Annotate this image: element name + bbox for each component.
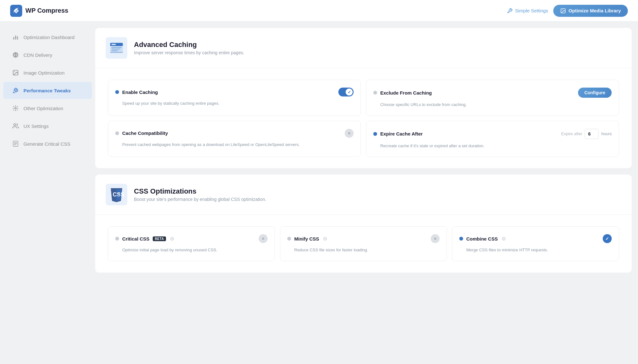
sidebar-item-label: Generate Critical CSS xyxy=(23,141,70,147)
enable-caching-title: Enable Caching xyxy=(122,89,158,95)
svg-point-3 xyxy=(562,10,562,10)
cache-compatibility-header: Cache Compatibility × xyxy=(115,129,354,138)
x-icon: × xyxy=(262,236,264,241)
css-optimizations-section: CSS 3 CSS Optimizations Boost your site'… xyxy=(95,175,632,273)
svg-text:3: 3 xyxy=(118,192,120,197)
cache-compatibility-title-row: Cache Compatibility xyxy=(115,130,168,136)
critical-css-gear-button[interactable]: ⚙ xyxy=(169,235,175,242)
advanced-caching-header: Advanced Caching Improve server response… xyxy=(95,28,632,68)
exclude-caching-header: Exclude From Caching Configure xyxy=(373,88,612,98)
exclude-caching-title-row: Exclude From Caching xyxy=(373,90,432,96)
advanced-caching-section: Advanced Caching Improve server response… xyxy=(95,28,632,168)
cache-compatibility-card: Cache Compatibility × Prevent cached web… xyxy=(108,121,361,157)
expire-cache-title-row: Expire Cache After xyxy=(373,131,423,136)
cache-compatibility-toggle[interactable]: × xyxy=(345,129,354,138)
combine-css-title: Combine CSS xyxy=(466,236,498,242)
expire-input-row: Expire after hours xyxy=(561,129,612,139)
critical-css-desc: Optimize initial page load by removing u… xyxy=(122,247,268,253)
wrench-icon xyxy=(507,8,513,14)
advanced-caching-title: Advanced Caching xyxy=(134,41,244,49)
sidebar-item-performance-tweaks[interactable]: Performance Tweaks xyxy=(3,82,92,99)
simple-settings-button[interactable]: Simple Settings xyxy=(507,8,548,14)
svg-rect-20 xyxy=(111,50,118,51)
sidebar-item-ux-settings[interactable]: UX Settings xyxy=(3,117,92,135)
svg-point-9 xyxy=(14,71,15,72)
combine-css-desc: Merge CSS files to minimize HTTP request… xyxy=(466,247,612,253)
css-optimizations-header: CSS 3 CSS Optimizations Boost your site'… xyxy=(95,175,632,215)
css-optimizations-desc: Boost your site's performance by enablin… xyxy=(134,197,266,202)
exclude-caching-dot xyxy=(373,91,377,95)
svg-point-11 xyxy=(15,108,17,109)
expire-cache-title: Expire Cache After xyxy=(380,131,423,136)
css-options: Critical CSS BETA ⚙ × Optimize initial p… xyxy=(95,215,632,273)
globe-icon xyxy=(12,51,19,58)
minify-css-header: Minify CSS ⚙ × xyxy=(287,234,440,243)
optimize-btn-label: Optimize Media Library xyxy=(568,8,621,13)
sidebar-item-other-optimization[interactable]: Other Optimization xyxy=(3,100,92,117)
minify-css-desc: Reduce CSS file sizes for faster loading… xyxy=(294,247,440,253)
image-icon xyxy=(560,8,566,14)
optimize-media-library-button[interactable]: Optimize Media Library xyxy=(553,5,628,17)
minify-css-dot xyxy=(287,237,291,241)
x-icon: × xyxy=(348,131,350,136)
sidebar-item-label: Optimization Dashboard xyxy=(23,35,75,40)
users-icon xyxy=(12,122,19,129)
minify-css-card: Minify CSS ⚙ × Reduce CSS file sizes for… xyxy=(280,226,447,261)
svg-rect-5 xyxy=(15,36,16,40)
expire-unit: hours xyxy=(601,131,612,136)
advanced-caching-options: Enable Caching ✓ Speed up your site by s… xyxy=(95,68,632,168)
toggle-thumb: ✓ xyxy=(346,89,353,96)
exclude-caching-desc: Choose specific URLs to exclude from cac… xyxy=(380,102,612,108)
bar-chart-icon xyxy=(12,34,19,41)
combine-css-dot xyxy=(459,237,463,241)
beta-badge: BETA xyxy=(153,236,166,241)
check-icon: ✓ xyxy=(348,90,351,95)
sidebar-item-label: Other Optimization xyxy=(23,106,63,111)
enable-caching-card: Enable Caching ✓ Speed up your site by s… xyxy=(108,80,361,116)
svg-rect-6 xyxy=(17,36,18,40)
expire-cache-header: Expire Cache After Expire after hours xyxy=(373,129,612,139)
expire-hours-input[interactable] xyxy=(585,129,599,139)
minify-css-title-row: Minify CSS ⚙ xyxy=(287,235,328,242)
sidebar-item-cdn-delivery[interactable]: CDN Delivery xyxy=(3,46,92,63)
layout: Optimization Dashboard CDN Delivery Imag… xyxy=(0,22,638,364)
app-name: WP Compress xyxy=(25,7,68,14)
enable-caching-dot xyxy=(115,90,119,94)
advanced-caching-icon xyxy=(105,37,128,59)
configure-button[interactable]: Configure xyxy=(578,88,612,98)
combine-css-card: Combine CSS ⚙ ✓ Merge CSS files to minim… xyxy=(452,226,619,261)
main-content: Advanced Caching Improve server response… xyxy=(95,22,638,364)
css-optimizations-icon: CSS 3 xyxy=(105,183,128,206)
exclude-caching-title: Exclude From Caching xyxy=(380,90,432,96)
critical-css-toggle[interactable]: × xyxy=(259,234,268,243)
logo-icon xyxy=(10,5,22,17)
image-sidebar-icon xyxy=(12,69,19,76)
expire-cache-dot xyxy=(373,132,377,136)
css3-icon xyxy=(12,140,19,147)
sidebar-item-label: Image Optimization xyxy=(23,70,64,76)
enable-caching-title-row: Enable Caching xyxy=(115,89,158,95)
minify-css-toggle[interactable]: × xyxy=(431,234,440,243)
sidebar-item-optimization-dashboard[interactable]: Optimization Dashboard xyxy=(3,29,92,46)
critical-css-header: Critical CSS BETA ⚙ × xyxy=(115,234,268,243)
critical-css-title: Critical CSS xyxy=(122,236,150,242)
combine-css-header: Combine CSS ⚙ ✓ xyxy=(459,234,612,243)
enable-caching-toggle[interactable]: ✓ xyxy=(338,88,354,96)
critical-css-card: Critical CSS BETA ⚙ × Optimize initial p… xyxy=(108,226,275,261)
svg-rect-19 xyxy=(111,49,120,50)
css-optimizations-title: CSS Optimizations xyxy=(134,187,266,195)
combine-css-toggle[interactable]: ✓ xyxy=(603,234,612,243)
gear-sidebar-icon xyxy=(12,105,19,112)
combine-css-gear-button[interactable]: ⚙ xyxy=(501,235,507,242)
sidebar-item-image-optimization[interactable]: Image Optimization xyxy=(3,64,92,81)
expire-cache-desc: Recreate cache if it's stale or expired … xyxy=(380,143,612,149)
check-icon: ✓ xyxy=(603,234,612,243)
logo-area: WP Compress xyxy=(10,5,68,17)
critical-css-title-row: Critical CSS BETA ⚙ xyxy=(115,235,175,242)
expire-label: Expire after xyxy=(561,131,582,136)
minify-css-gear-button[interactable]: ⚙ xyxy=(322,235,328,242)
simple-settings-label: Simple Settings xyxy=(515,8,548,13)
sidebar-item-generate-critical-css[interactable]: Generate Critical CSS xyxy=(3,135,92,152)
header: WP Compress Simple Settings Optimize Med… xyxy=(0,0,638,22)
sidebar: Optimization Dashboard CDN Delivery Imag… xyxy=(0,22,95,364)
